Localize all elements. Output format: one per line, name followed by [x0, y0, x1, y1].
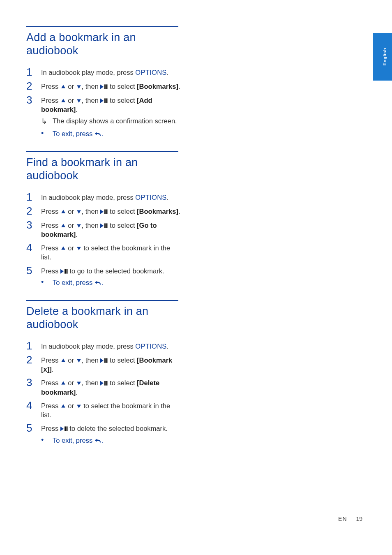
language-tab: English: [373, 33, 392, 81]
svg-rect-38: [65, 427, 66, 431]
svg-marker-6: [77, 99, 81, 102]
down-icon: [76, 98, 82, 103]
svg-rect-8: [105, 98, 106, 103]
svg-marker-27: [100, 358, 104, 363]
section-rule: [26, 26, 178, 27]
step-body: Press to delete the selected bookmark.•T…: [41, 423, 168, 445]
step-body: Press or , then to select [Bookmarks].: [41, 206, 180, 216]
svg-rect-13: [105, 209, 106, 214]
down-icon: [76, 84, 82, 89]
back-icon: [95, 280, 102, 286]
step-number: 5: [26, 265, 41, 287]
step-list: 1In audiobook play mode, press OPTIONS.2…: [26, 192, 181, 287]
svg-marker-15: [61, 224, 65, 227]
step-sub-text: To exit, press .: [53, 278, 164, 287]
step: 5Press to go to the selected bookmark.•T…: [26, 265, 181, 287]
svg-marker-17: [100, 223, 104, 228]
step: 2Press or , then to select [Bookmarks].: [26, 206, 181, 216]
down-icon: [76, 223, 82, 228]
section-block: Delete a bookmark in an audiobook1In aud…: [26, 300, 181, 445]
step: 3Press or , then to select [Delete bookm…: [26, 377, 181, 397]
step-number: 3: [26, 95, 41, 138]
step-number: 3: [26, 377, 41, 397]
step: 2Press or , then to select [Bookmark [x]…: [26, 354, 181, 374]
svg-marker-20: [61, 246, 65, 250]
svg-rect-18: [105, 223, 106, 228]
step-sub: ↳The display shows a confirmation screen…: [41, 116, 181, 126]
page-footer: EN 19: [338, 516, 362, 522]
up-icon: [60, 246, 66, 251]
svg-marker-35: [61, 404, 65, 407]
footer-language: EN: [338, 516, 347, 522]
bullet-icon: •: [41, 129, 53, 138]
svg-marker-2: [100, 84, 104, 89]
step-body: In audiobook play mode, press OPTIONS.: [41, 340, 168, 351]
step-number: 2: [26, 354, 41, 374]
step-sub-text: To exit, press .: [53, 129, 181, 138]
up-icon: [60, 404, 66, 409]
step-body: Press or to select the bookmark in the l…: [41, 242, 181, 262]
section-title: Find a bookmark in an audiobook: [26, 156, 181, 183]
step-sub: •To exit, press .: [41, 129, 181, 138]
step-body: Press or , then to select [Bookmarks].: [41, 81, 180, 91]
play-pause-icon: [100, 84, 108, 89]
svg-marker-16: [77, 224, 81, 227]
options-label: OPTIONS: [135, 69, 166, 76]
play-pause-icon: [100, 223, 108, 228]
up-icon: [60, 358, 66, 363]
up-icon: [60, 381, 66, 386]
step-body: Press or , then to select [Add bookmark]…: [41, 95, 181, 138]
svg-rect-33: [105, 381, 106, 386]
down-icon: [76, 381, 82, 386]
step-body: In audiobook play mode, press OPTIONS.: [41, 67, 168, 77]
step-body: In audiobook play mode, press OPTIONS.: [41, 192, 168, 202]
up-icon: [60, 84, 66, 89]
play-pause-icon: [100, 209, 108, 214]
svg-marker-32: [100, 381, 104, 386]
svg-marker-26: [77, 359, 81, 362]
svg-marker-5: [61, 99, 65, 102]
step: 5Press to delete the selected bookmark.•…: [26, 423, 181, 445]
svg-marker-10: [61, 210, 65, 213]
options-label: OPTIONS: [135, 342, 166, 350]
step-number: 4: [26, 400, 41, 420]
step-body: Press or , then to select [Go to bookmar…: [41, 220, 181, 239]
result-arrow-icon: ↳: [41, 116, 53, 126]
play-pause-icon: [60, 426, 68, 431]
step-list: 1In audiobook play mode, press OPTIONS.2…: [26, 67, 181, 138]
step-body: Press to go to the selected bookmark.•To…: [41, 265, 164, 287]
options-label: OPTIONS: [135, 194, 166, 201]
svg-marker-37: [60, 427, 64, 431]
play-pause-icon: [100, 98, 108, 103]
menu-item-label: [Bookmarks]: [137, 83, 178, 90]
step-number: 4: [26, 242, 41, 262]
bullet-icon: •: [41, 436, 53, 445]
step: 4Press or to select the bookmark in the …: [26, 242, 181, 262]
svg-marker-0: [61, 85, 65, 88]
svg-marker-31: [77, 382, 81, 385]
step-number: 2: [26, 81, 41, 91]
menu-item-label: [Bookmarks]: [137, 208, 178, 215]
step: 1In audiobook play mode, press OPTIONS.: [26, 67, 181, 77]
svg-marker-7: [100, 98, 104, 103]
step-number: 1: [26, 192, 41, 202]
down-icon: [76, 246, 82, 251]
manual-page: English Add a bookmark in an audiobook1I…: [0, 0, 392, 555]
language-tab-label: English: [382, 48, 387, 65]
step-number: 2: [26, 206, 41, 216]
step-body: Press or , then to select [Bookmark [x]]…: [41, 354, 181, 374]
down-icon: [76, 209, 82, 214]
svg-marker-21: [77, 247, 81, 250]
svg-marker-11: [77, 210, 81, 213]
section-block: Add a bookmark in an audiobook1In audiob…: [26, 26, 181, 138]
section-rule: [26, 300, 178, 301]
step: 1In audiobook play mode, press OPTIONS.: [26, 192, 181, 202]
section-rule: [26, 151, 178, 152]
footer-page-number: 19: [356, 516, 362, 522]
step: 2Press or , then to select [Bookmarks].: [26, 81, 181, 91]
step-number: 5: [26, 423, 41, 445]
section-title: Delete a bookmark in an audiobook: [26, 305, 181, 331]
back-icon: [95, 131, 102, 137]
step: 1In audiobook play mode, press OPTIONS.: [26, 340, 181, 351]
step: 3Press or , then to select [Go to bookma…: [26, 220, 181, 239]
